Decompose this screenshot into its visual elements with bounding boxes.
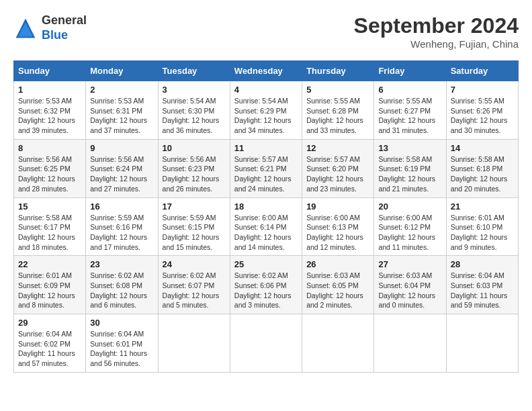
day-number: 30 xyxy=(90,318,153,328)
day-number: 13 xyxy=(378,143,441,153)
day-info: Sunrise: 6:01 AM Sunset: 6:09 PM Dayligh… xyxy=(18,271,81,310)
table-row: 12 Sunrise: 5:57 AM Sunset: 6:20 PM Dayl… xyxy=(302,139,374,197)
table-row: 13 Sunrise: 5:58 AM Sunset: 6:19 PM Dayl… xyxy=(374,139,446,197)
table-row: 22 Sunrise: 6:01 AM Sunset: 6:09 PM Dayl… xyxy=(14,256,86,314)
col-saturday: Saturday xyxy=(446,61,518,81)
day-info: Sunrise: 6:02 AM Sunset: 6:07 PM Dayligh… xyxy=(163,271,226,310)
table-row: 6 Sunrise: 5:55 AM Sunset: 6:27 PM Dayli… xyxy=(374,81,446,140)
table-row: 8 Sunrise: 5:56 AM Sunset: 6:25 PM Dayli… xyxy=(14,139,86,197)
week-row-1: 1 Sunrise: 5:53 AM Sunset: 6:32 PM Dayli… xyxy=(14,81,519,140)
day-info: Sunrise: 6:03 AM Sunset: 6:04 PM Dayligh… xyxy=(378,271,441,310)
day-info: Sunrise: 5:56 AM Sunset: 6:23 PM Dayligh… xyxy=(163,154,226,194)
day-info: Sunrise: 5:55 AM Sunset: 6:28 PM Dayligh… xyxy=(306,96,369,136)
col-tuesday: Tuesday xyxy=(158,61,230,81)
week-row-2: 8 Sunrise: 5:56 AM Sunset: 6:25 PM Dayli… xyxy=(14,139,519,197)
day-info: Sunrise: 5:58 AM Sunset: 6:18 PM Dayligh… xyxy=(451,154,514,194)
table-row: 29 Sunrise: 6:04 AM Sunset: 6:02 PM Dayl… xyxy=(14,314,86,373)
table-row xyxy=(302,314,374,373)
table-row: 19 Sunrise: 6:00 AM Sunset: 6:13 PM Dayl… xyxy=(302,197,374,256)
logo-blue: Blue xyxy=(42,28,68,42)
table-row: 23 Sunrise: 6:02 AM Sunset: 6:08 PM Dayl… xyxy=(86,256,158,314)
day-number: 23 xyxy=(90,259,153,269)
logo: General Blue xyxy=(13,13,87,42)
logo-text: General Blue xyxy=(42,13,87,42)
week-row-3: 15 Sunrise: 5:58 AM Sunset: 6:17 PM Dayl… xyxy=(14,197,519,256)
page-header: General Blue September 2024 Wenheng, Fuj… xyxy=(13,13,519,50)
day-info: Sunrise: 6:02 AM Sunset: 6:06 PM Dayligh… xyxy=(234,271,298,310)
day-number: 10 xyxy=(163,143,226,153)
table-row: 20 Sunrise: 6:00 AM Sunset: 6:12 PM Dayl… xyxy=(374,197,446,256)
calendar-table: Sunday Monday Tuesday Wednesday Thursday… xyxy=(13,60,519,373)
table-row: 7 Sunrise: 5:55 AM Sunset: 6:26 PM Dayli… xyxy=(446,81,518,140)
day-info: Sunrise: 6:04 AM Sunset: 6:01 PM Dayligh… xyxy=(90,329,153,369)
day-info: Sunrise: 5:58 AM Sunset: 6:19 PM Dayligh… xyxy=(378,154,441,194)
col-monday: Monday xyxy=(86,61,158,81)
logo-icon xyxy=(13,16,38,40)
day-info: Sunrise: 5:54 AM Sunset: 6:30 PM Dayligh… xyxy=(163,96,226,136)
day-number: 12 xyxy=(306,143,369,153)
day-number: 7 xyxy=(451,85,514,95)
col-thursday: Thursday xyxy=(302,61,374,81)
table-row: 24 Sunrise: 6:02 AM Sunset: 6:07 PM Dayl… xyxy=(158,256,230,314)
day-number: 3 xyxy=(163,85,226,95)
day-number: 17 xyxy=(163,201,226,212)
table-row: 5 Sunrise: 5:55 AM Sunset: 6:28 PM Dayli… xyxy=(302,81,374,140)
table-row xyxy=(230,314,302,373)
table-row: 28 Sunrise: 6:04 AM Sunset: 6:03 PM Dayl… xyxy=(446,256,518,314)
table-row: 17 Sunrise: 5:59 AM Sunset: 6:15 PM Dayl… xyxy=(158,197,230,256)
day-number: 4 xyxy=(234,85,298,95)
title-block: September 2024 Wenheng, Fujian, China xyxy=(354,13,519,50)
day-info: Sunrise: 5:55 AM Sunset: 6:26 PM Dayligh… xyxy=(451,96,514,136)
calendar-header-row: Sunday Monday Tuesday Wednesday Thursday… xyxy=(14,61,519,81)
table-row: 30 Sunrise: 6:04 AM Sunset: 6:01 PM Dayl… xyxy=(86,314,158,373)
table-row: 4 Sunrise: 5:54 AM Sunset: 6:29 PM Dayli… xyxy=(230,81,302,140)
week-row-4: 22 Sunrise: 6:01 AM Sunset: 6:09 PM Dayl… xyxy=(14,256,519,314)
table-row: 3 Sunrise: 5:54 AM Sunset: 6:30 PM Dayli… xyxy=(158,81,230,140)
day-info: Sunrise: 5:55 AM Sunset: 6:27 PM Dayligh… xyxy=(378,96,441,136)
day-number: 2 xyxy=(90,85,153,95)
day-number: 1 xyxy=(18,85,81,95)
day-number: 20 xyxy=(378,201,441,212)
table-row: 15 Sunrise: 5:58 AM Sunset: 6:17 PM Dayl… xyxy=(14,197,86,256)
day-number: 19 xyxy=(306,201,369,212)
day-number: 14 xyxy=(451,143,514,153)
day-info: Sunrise: 5:58 AM Sunset: 6:17 PM Dayligh… xyxy=(18,213,81,253)
day-info: Sunrise: 5:53 AM Sunset: 6:32 PM Dayligh… xyxy=(18,96,81,136)
day-number: 5 xyxy=(306,85,369,95)
table-row: 27 Sunrise: 6:03 AM Sunset: 6:04 PM Dayl… xyxy=(374,256,446,314)
day-info: Sunrise: 5:53 AM Sunset: 6:31 PM Dayligh… xyxy=(90,96,153,136)
day-number: 25 xyxy=(234,259,298,269)
day-info: Sunrise: 5:59 AM Sunset: 6:15 PM Dayligh… xyxy=(163,213,226,253)
day-info: Sunrise: 5:57 AM Sunset: 6:20 PM Dayligh… xyxy=(306,154,369,194)
table-row xyxy=(446,314,518,373)
day-info: Sunrise: 5:59 AM Sunset: 6:16 PM Dayligh… xyxy=(90,213,153,253)
day-number: 9 xyxy=(90,143,153,153)
day-number: 8 xyxy=(18,143,81,153)
table-row: 26 Sunrise: 6:03 AM Sunset: 6:05 PM Dayl… xyxy=(302,256,374,314)
col-sunday: Sunday xyxy=(14,61,86,81)
table-row: 10 Sunrise: 5:56 AM Sunset: 6:23 PM Dayl… xyxy=(158,139,230,197)
day-info: Sunrise: 5:54 AM Sunset: 6:29 PM Dayligh… xyxy=(234,96,298,136)
table-row: 14 Sunrise: 5:58 AM Sunset: 6:18 PM Dayl… xyxy=(446,139,518,197)
day-info: Sunrise: 6:02 AM Sunset: 6:08 PM Dayligh… xyxy=(90,271,153,310)
month-title: September 2024 xyxy=(354,13,519,38)
table-row: 1 Sunrise: 5:53 AM Sunset: 6:32 PM Dayli… xyxy=(14,81,86,140)
day-info: Sunrise: 6:01 AM Sunset: 6:10 PM Dayligh… xyxy=(451,213,514,253)
day-number: 29 xyxy=(18,318,81,328)
table-row xyxy=(158,314,230,373)
day-number: 22 xyxy=(18,259,81,269)
col-wednesday: Wednesday xyxy=(230,61,302,81)
day-number: 21 xyxy=(451,201,514,212)
day-number: 28 xyxy=(451,259,514,269)
day-number: 27 xyxy=(378,259,441,269)
day-number: 26 xyxy=(306,259,369,269)
day-info: Sunrise: 6:04 AM Sunset: 6:03 PM Dayligh… xyxy=(451,271,514,310)
logo-general: General xyxy=(42,13,87,27)
day-info: Sunrise: 5:56 AM Sunset: 6:25 PM Dayligh… xyxy=(18,154,81,194)
day-info: Sunrise: 6:03 AM Sunset: 6:05 PM Dayligh… xyxy=(306,271,369,310)
day-number: 11 xyxy=(234,143,298,153)
day-number: 15 xyxy=(18,201,81,212)
day-info: Sunrise: 5:56 AM Sunset: 6:24 PM Dayligh… xyxy=(90,154,153,194)
table-row: 2 Sunrise: 5:53 AM Sunset: 6:31 PM Dayli… xyxy=(86,81,158,140)
day-number: 16 xyxy=(90,201,153,212)
